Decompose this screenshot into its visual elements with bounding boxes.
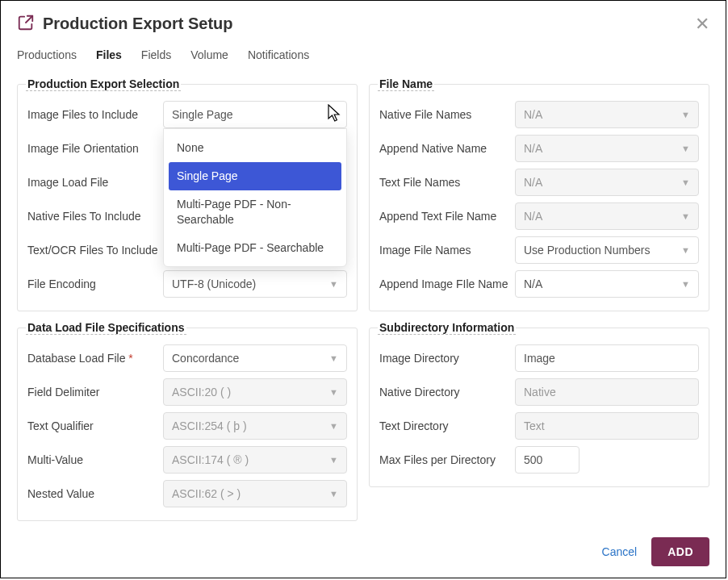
label-append-text-file-name: Append Text File Name [379,210,515,223]
chevron-down-icon: ▼ [329,353,338,363]
chevron-down-icon: ▼ [329,279,338,289]
label-field-delimiter: Field Delimiter [27,386,163,398]
group-title: Data Load File Specifications [26,321,186,335]
tab-files[interactable]: Files [96,44,122,66]
label-image-file-orientation: Image File Orientation [27,142,163,155]
tab-bar: Productions Files Fields Volume Notifica… [1,44,726,66]
label-multi-value: Multi-Value [27,453,163,466]
chevron-down-icon: ▼ [329,387,338,397]
input-max-files-per-dir[interactable]: 500 [515,446,579,474]
select-image-file-names[interactable]: Use Production Numbers▼ [515,236,699,264]
group-title: Production Export Selection [26,77,181,91]
select-value: ASCII:62 ( > ) [172,487,241,500]
add-button[interactable]: ADD [651,537,709,566]
label-file-encoding: File Encoding [27,277,163,290]
select-value: Single Page [172,108,233,121]
chevron-down-icon: ▼ [681,144,690,153]
tab-fields[interactable]: Fields [141,44,171,66]
select-value: ASCII:254 ( þ ) [172,419,247,432]
select-multi-value[interactable]: ASCII:174 ( ® )▼ [163,446,347,474]
group-title: File Name [378,77,434,91]
export-icon [17,14,35,34]
label-native-file-names: Native File Names [379,108,515,121]
tab-productions[interactable]: Productions [17,44,77,66]
select-text-qualifier[interactable]: ASCII:254 ( þ )▼ [163,412,347,440]
select-database-load-file[interactable]: Concordance▼ [163,344,347,372]
select-file-encoding[interactable]: UTF-8 (Unicode) ▼ [163,270,347,298]
select-nested-value[interactable]: ASCII:62 ( > )▼ [163,480,347,507]
dropdown-option[interactable]: None [169,134,341,162]
select-value: Use Production Numbers [524,244,650,257]
label-max-files-per-dir: Max Files per Directory [379,453,515,466]
label-image-load-file: Image Load File [27,176,163,189]
input-native-directory[interactable]: Native [515,378,699,406]
select-append-image-file-name[interactable]: N/A▼ [515,270,699,298]
dropdown-option[interactable]: Multi-Page PDF - Searchable [169,234,341,262]
group-title: Subdirectory Information [378,321,516,335]
subdirectory-info-group: Subdirectory Information Image Directory… [369,321,709,487]
label-image-files-include: Image Files to Include [27,108,163,121]
chevron-down-icon: ▼ [681,279,690,289]
select-value: ASCII:174 ( ® ) [172,453,249,466]
label-text-ocr-files-include: Text/OCR Files To Include [27,244,163,257]
select-text-file-names[interactable]: N/A▼ [515,169,699,196]
chevron-down-icon: ▼ [329,110,338,119]
dialog-title: Production Export Setup [43,15,695,33]
input-image-directory[interactable]: Image [515,344,699,372]
chevron-down-icon: ▼ [329,421,338,431]
label-nested-value: Nested Value [27,487,163,500]
select-value: N/A [524,108,542,121]
select-append-native-name[interactable]: N/A▼ [515,135,699,162]
label-image-directory: Image Directory [379,352,515,365]
chevron-down-icon: ▼ [681,245,690,255]
select-value: UTF-8 (Unicode) [172,277,256,290]
chevron-down-icon: ▼ [681,177,690,187]
label-append-image-file-name: Append Image FIle Name [379,277,515,290]
dropdown-option[interactable]: Multi-Page PDF - Non-Searchable [169,190,341,234]
production-export-selection-group: Production Export Selection Image Files … [17,77,358,311]
input-text-directory[interactable]: Text [515,412,699,440]
data-load-file-spec-group: Data Load File Specifications Database L… [17,321,358,521]
chevron-down-icon: ▼ [329,489,338,499]
select-value: Concordance [172,352,239,365]
select-image-files-include[interactable]: Single Page ▼ [163,101,347,128]
label-text-directory: Text Directory [379,419,515,432]
label-append-native-name: Append Native Name [379,142,515,155]
select-field-delimiter[interactable]: ASCII:20 ( )▼ [163,378,347,406]
select-append-text-file-name[interactable]: N/A▼ [515,202,699,230]
label-native-files-include: Native Files To Include [27,210,163,223]
label-native-directory: Native Directory [379,386,515,398]
label-text-qualifier: Text Qualifier [27,419,163,432]
select-value: N/A [524,210,542,223]
file-name-group: File Name Native File NamesN/A▼ Append N… [369,77,709,311]
select-value: ASCII:20 ( ) [172,386,231,398]
chevron-down-icon: ▼ [681,110,690,119]
label-image-file-names: Image File Names [379,244,515,257]
tab-volume[interactable]: Volume [190,44,228,66]
select-value: N/A [524,277,542,290]
select-value: N/A [524,176,542,189]
tab-notifications[interactable]: Notifications [248,44,309,66]
chevron-down-icon: ▼ [329,455,338,465]
dropdown-image-files-include: None Single Page Multi-Page PDF - Non-Se… [163,128,347,267]
select-native-file-names[interactable]: N/A▼ [515,101,699,128]
chevron-down-icon: ▼ [681,211,690,221]
dropdown-option[interactable]: Single Page [169,162,341,190]
close-button[interactable]: ✕ [695,15,709,33]
label-text-file-names: Text File Names [379,176,515,189]
select-value: N/A [524,142,542,155]
cancel-button[interactable]: Cancel [602,545,638,558]
label-database-load-file: Database Load File * [27,352,163,365]
